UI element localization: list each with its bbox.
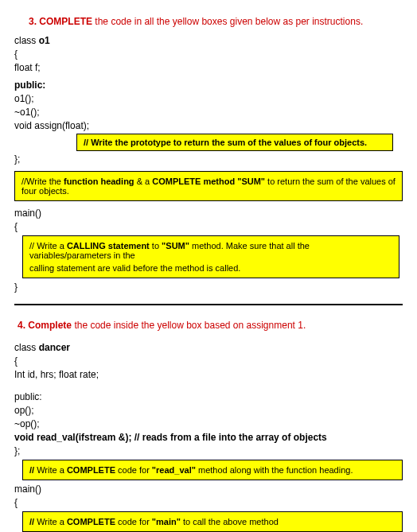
rve: "read_val": [152, 465, 196, 475]
q3-verb: COMPLETE: [39, 16, 92, 27]
q4-verb: Complete: [28, 320, 72, 331]
sum-pre: //Write the: [21, 177, 64, 186]
public-label: public:: [14, 80, 403, 91]
yellow-box-prototype: // Write the prototype to return the sum…: [76, 134, 393, 151]
q3-code: class o1 { float f; public: o1(); ~o1();…: [14, 35, 403, 293]
me: "main": [152, 517, 181, 526]
sum-mid: & a: [134, 177, 153, 186]
members: Int id, hrs; float rate;: [14, 369, 403, 380]
call-line1: // Write a CALLING statement to "SUM" me…: [29, 241, 392, 260]
rvc: COMPLETE: [67, 465, 115, 475]
rvb: Write a: [37, 465, 67, 475]
class-line: class dancer: [14, 342, 403, 353]
main-brace: {: [14, 221, 403, 232]
c1c: to: [150, 241, 162, 250]
yellow-box-readval: // Write a COMPLETE code for "read_val" …: [22, 460, 403, 480]
class-name: dancer: [39, 342, 70, 353]
yellow-box-sum: //Write the function heading & a COMPLET…: [14, 171, 403, 201]
class-keyword: class: [14, 35, 39, 46]
sum-b1: function heading: [64, 177, 134, 186]
proto-box-wrap: // Write the prototype to return the sum…: [14, 134, 403, 151]
c1a: // Write a: [29, 241, 67, 250]
dtor: ~op();: [14, 418, 403, 429]
main-close: }: [14, 282, 403, 293]
dtor: ~o1();: [14, 107, 403, 118]
yellow-box-main: // Write a COMPLETE code for "main" to c…: [22, 511, 403, 532]
member-float: float f;: [14, 62, 403, 73]
sum-b2: COMPLETE method "SUM": [152, 177, 265, 186]
public-label: public:: [14, 391, 403, 402]
c1b: CALLING statement: [67, 241, 150, 250]
main-decl: main(): [14, 483, 403, 495]
q4-rest: the code inside the yellow box based on …: [72, 320, 306, 331]
ctor: o1();: [14, 93, 403, 104]
mb: Write a: [37, 517, 67, 526]
rva: //: [29, 465, 37, 475]
brace-open: {: [14, 355, 403, 367]
q3-number: 3.: [29, 16, 37, 27]
q3-rest: the code in all the yellow boxes given b…: [92, 16, 363, 27]
yellow-box-calling: // Write a CALLING statement to "SUM" me…: [22, 235, 399, 278]
mf: to call the above method: [181, 517, 279, 526]
read-val: void read_val(ifstream &); // reads from…: [14, 432, 403, 443]
assign: void assign(float);: [14, 120, 403, 131]
brace-close: };: [14, 153, 403, 165]
ctor: op();: [14, 405, 403, 416]
class-keyword: class: [14, 342, 39, 353]
question-4: 4. Complete the code inside the yellow b…: [14, 320, 403, 532]
class-name: o1: [39, 35, 50, 46]
rvd: code for: [115, 465, 152, 475]
main-brace: {: [14, 497, 403, 508]
rvf: method along with the function heading.: [196, 465, 353, 475]
q4-number: 4.: [18, 320, 25, 331]
q3-header: 3. COMPLETE the code in all the yellow b…: [29, 16, 403, 27]
mc: COMPLETE: [67, 517, 115, 526]
md: code for: [115, 517, 152, 526]
class-line: class o1: [14, 35, 403, 46]
brace-open: {: [14, 49, 403, 60]
q4-header: 4. Complete the code inside the yellow b…: [18, 320, 403, 331]
main-decl: main(): [14, 208, 403, 219]
ma: //: [29, 517, 37, 526]
brace-close: };: [14, 445, 403, 456]
call-line2: calling statement are valid before the m…: [29, 263, 392, 273]
c1d: "SUM": [162, 241, 189, 250]
q4-code: class dancer { Int id, hrs; float rate; …: [14, 342, 403, 532]
question-3: 3. COMPLETE the code in all the yellow b…: [14, 16, 403, 293]
divider: [14, 304, 403, 305]
